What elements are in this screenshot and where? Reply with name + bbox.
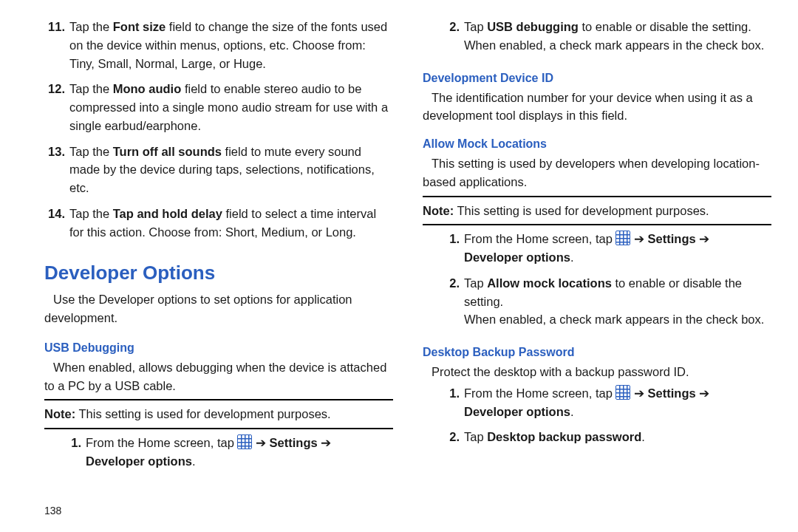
heading-development-device-id: Development Device ID bbox=[423, 69, 771, 87]
step-number: 14. bbox=[44, 205, 65, 242]
heading-developer-options: Developer Options bbox=[44, 259, 393, 287]
step-body: Tap Desktop backup password. bbox=[464, 428, 771, 446]
heading-usb-debugging: USB Debugging bbox=[44, 339, 393, 357]
backup-step-1: 1. From the Home screen, tap ➔ Settings … bbox=[423, 384, 771, 421]
step-body: Tap the Turn off all sounds field to mut… bbox=[69, 143, 393, 197]
usb-steps: 1. From the Home screen, tap ➔ Settings … bbox=[44, 434, 393, 471]
step-number: 13. bbox=[44, 143, 65, 197]
usb-step-2: 2. Tap USB debugging to enable or disabl… bbox=[423, 18, 771, 55]
step-12: 12. Tap the Mono audio field to enable s… bbox=[44, 80, 393, 134]
step-body: Tap the Tap and hold delay field to sele… bbox=[69, 205, 393, 242]
mock-step-2: 2. Tap Allow mock locations to enable or… bbox=[423, 274, 771, 329]
section-allow-mock-locations: Allow Mock Locations This setting is use… bbox=[423, 128, 771, 336]
step-body: Tap the Font size field to change the si… bbox=[69, 18, 393, 72]
rule-top bbox=[44, 399, 393, 400]
step-body: From the Home screen, tap ➔ Settings ➔ D… bbox=[464, 230, 771, 267]
step-number: 1. bbox=[423, 230, 460, 267]
desktop-backup-password-body: Protect the desktop with a backup passwo… bbox=[423, 363, 771, 381]
allow-mock-locations-body: This setting is used by developers when … bbox=[423, 154, 771, 191]
step-number: 2. bbox=[423, 428, 460, 446]
step-number: 12. bbox=[44, 80, 65, 134]
step-11: 11. Tap the Font size field to change th… bbox=[44, 18, 393, 72]
note-text: Note: This setting is used for developme… bbox=[423, 202, 771, 220]
backup-steps: 1. From the Home screen, tap ➔ Settings … bbox=[423, 384, 771, 446]
development-device-id-body: The identification number for your devic… bbox=[423, 89, 771, 126]
step-body: Tap the Mono audio field to enable stere… bbox=[69, 80, 393, 134]
left-column: 11. Tap the Font size field to change th… bbox=[44, 18, 393, 519]
apps-grid-icon bbox=[615, 385, 630, 400]
heading-allow-mock-locations: Allow Mock Locations bbox=[423, 135, 771, 153]
step-13: 13. Tap the Turn off all sounds field to… bbox=[44, 143, 393, 197]
step-number: 11. bbox=[44, 18, 65, 72]
rule-top bbox=[423, 196, 771, 197]
rule-bottom bbox=[423, 224, 771, 225]
step-body: Tap USB debugging to enable or disable t… bbox=[464, 18, 771, 55]
step-number: 1. bbox=[44, 434, 81, 471]
developer-options-intro: Use the Developer options to set options… bbox=[44, 290, 393, 327]
step-number: 2. bbox=[423, 274, 460, 329]
mock-note: Note: This setting is used for developme… bbox=[423, 196, 771, 226]
section-desktop-backup-password: Desktop Backup Password Protect the desk… bbox=[423, 336, 771, 454]
page-number: 138 bbox=[44, 494, 393, 519]
apps-grid-icon bbox=[615, 231, 630, 245]
step-body: From the Home screen, tap ➔ Settings ➔ D… bbox=[464, 384, 771, 421]
backup-step-2: 2. Tap Desktop backup password. bbox=[423, 428, 771, 446]
section-usb-debugging: USB Debugging When enabled, allows debug… bbox=[44, 332, 393, 478]
note-text: Note: This setting is used for developme… bbox=[44, 405, 393, 423]
usb-step-1: 1. From the Home screen, tap ➔ Settings … bbox=[44, 434, 393, 471]
step-number: 2. bbox=[423, 18, 460, 55]
mock-step-1: 1. From the Home screen, tap ➔ Settings … bbox=[423, 230, 771, 267]
mock-steps: 1. From the Home screen, tap ➔ Settings … bbox=[423, 230, 771, 329]
step-14: 14. Tap the Tap and hold delay field to … bbox=[44, 205, 393, 242]
step-body: Tap Allow mock locations to enable or di… bbox=[464, 274, 771, 329]
section-development-device-id: Development Device ID The identification… bbox=[423, 62, 771, 129]
usb-steps-continued: 2. Tap USB debugging to enable or disabl… bbox=[423, 18, 771, 62]
rule-bottom bbox=[44, 428, 393, 429]
step-number: 1. bbox=[423, 384, 460, 421]
usb-debugging-body: When enabled, allows debugging when the … bbox=[44, 358, 393, 395]
usb-note: Note: This setting is used for developme… bbox=[44, 399, 393, 429]
step-body: From the Home screen, tap ➔ Settings ➔ D… bbox=[86, 434, 393, 471]
accessibility-steps-continued: 11. Tap the Font size field to change th… bbox=[44, 18, 393, 248]
apps-grid-icon bbox=[237, 434, 252, 449]
right-column: 2. Tap USB debugging to enable or disabl… bbox=[423, 18, 771, 519]
heading-desktop-backup-password: Desktop Backup Password bbox=[423, 344, 771, 361]
